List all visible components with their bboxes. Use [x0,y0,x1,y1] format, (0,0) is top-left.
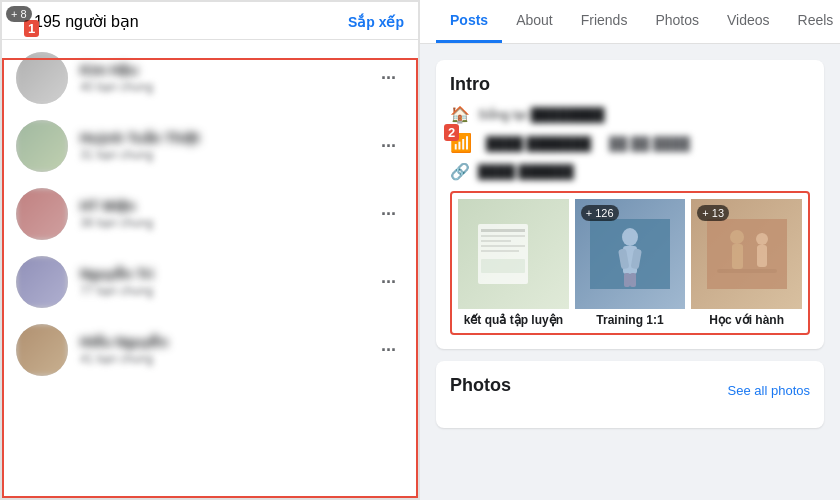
intro-section: Intro 🏠 Sống tại ████████ 2 📶 ████ █████… [436,60,824,349]
svg-rect-12 [624,273,630,287]
right-panel: Posts About Friends Photos Videos Reels … [420,0,840,500]
friend-name: Hiếu Nguyễn [80,334,373,350]
friend-info: Huỳnh Tuấn Thiệt 31 bạn chung [80,130,373,162]
friend-mutual: 77 bạn chung [80,284,373,298]
album-label: Training 1:1 [575,313,686,327]
intro-home-text: Sống tại ████████ [478,107,605,122]
friend-info: Kim Hậu 40 bạn chung [80,62,373,94]
step-badge-2: 2 [444,124,459,141]
tab-photos[interactable]: Photos [641,0,713,43]
svg-rect-16 [732,244,743,269]
svg-rect-2 [481,235,525,237]
album-item[interactable]: + 13 Học với hành [691,199,802,327]
album-item[interactable]: + 126 Training 1:1 [575,199,686,327]
svg-rect-5 [481,250,519,252]
step-badge-1: 1 [24,20,39,37]
svg-rect-19 [717,269,777,273]
avatar [16,324,68,376]
intro-wifi-text: ████ ███████ [486,136,591,151]
intro-title: Intro [450,74,810,95]
friends-list: Kim Hậu 40 bạn chung ··· Huỳnh Tuấn Thiệ… [2,40,418,498]
friend-mutual: 38 bạn chung [80,216,373,230]
left-panel: 1 195 người bạn Sắp xếp Kim Hậu 40 bạn c… [0,0,420,500]
step2-container: 2 📶 [450,132,472,154]
svg-rect-13 [630,273,636,287]
nav-tabs: Posts About Friends Photos Videos Reels … [420,0,840,44]
album-thumbnail [458,199,569,309]
album-count: + 126 [581,205,619,221]
home-icon: 🏠 [450,105,470,124]
friend-mutual: 41 bạn chung [80,352,373,366]
more-button[interactable]: ··· [373,132,404,161]
svg-rect-1 [481,229,525,232]
friend-info: Hiếu Nguyễn 41 bạn chung [80,334,373,366]
svg-rect-0 [478,224,528,284]
friend-name: HT Miện [80,198,373,214]
tab-posts[interactable]: Posts [436,0,502,43]
see-all-photos-link[interactable]: See all photos [728,383,810,398]
album-label: Học với hành [691,313,802,327]
svg-rect-18 [757,245,767,267]
tab-reels[interactable]: Reels [784,0,840,43]
album-label: kết quả tập luyện [458,313,569,327]
sort-button[interactable]: Sắp xếp [348,14,404,30]
svg-point-17 [756,233,768,245]
friend-name: Nguyễn Tri [80,266,373,282]
album-count: + 13 [697,205,729,221]
list-item[interactable]: Huỳnh Tuấn Thiệt 31 bạn chung ··· [2,112,418,180]
friend-name: Kim Hậu [80,62,373,78]
svg-point-8 [622,228,638,246]
tab-videos[interactable]: Videos [713,0,784,43]
svg-rect-14 [707,219,787,289]
tab-friends[interactable]: Friends [567,0,642,43]
intro-link-text: ████ ██████ [478,164,574,179]
list-item[interactable]: Hiếu Nguyễn 41 bạn chung ··· [2,316,418,384]
intro-row-home: 🏠 Sống tại ████████ [450,105,810,124]
more-button[interactable]: ··· [373,200,404,229]
photos-header: Photos See all photos [450,375,810,406]
list-item[interactable]: HT Miện 38 bạn chung ··· [2,180,418,248]
friend-mutual: 40 bạn chung [80,80,373,94]
svg-rect-3 [481,240,511,242]
avatar [16,120,68,172]
svg-rect-6 [481,259,525,273]
avatar [16,52,68,104]
more-button[interactable]: ··· [373,336,404,365]
link-icon: 🔗 [450,162,470,181]
svg-point-15 [730,230,744,244]
intro-row-wifi: 2 📶 ████ ███████ ██ ██ ████ [450,132,810,154]
friends-count-title: 195 người bạn [34,12,139,31]
friend-info: HT Miện 38 bạn chung [80,198,373,230]
more-button[interactable]: ··· [373,64,404,93]
svg-rect-4 [481,245,525,247]
list-item[interactable]: Kim Hậu 40 bạn chung ··· [2,44,418,112]
list-item[interactable]: Nguyễn Tri 77 bạn chung ··· [2,248,418,316]
more-button[interactable]: ··· [373,268,404,297]
album-item[interactable]: + 8 kết quả tập luyện [458,199,569,327]
tab-about[interactable]: About [502,0,567,43]
intro-extra-text: ██ ██ ████ [609,136,690,151]
photos-title: Photos [450,375,511,396]
left-header: 1 195 người bạn Sắp xếp [2,2,418,40]
intro-row-link: 🔗 ████ ██████ [450,162,810,181]
friend-name: Huỳnh Tuấn Thiệt [80,130,373,146]
avatar [16,256,68,308]
albums-grid: + 8 kết quả tập luyện [450,191,810,335]
content-area: Intro 🏠 Sống tại ████████ 2 📶 ████ █████… [420,44,840,500]
photos-section: Photos See all photos [436,361,824,428]
avatar [16,188,68,240]
friend-mutual: 31 bạn chung [80,148,373,162]
friend-info: Nguyễn Tri 77 bạn chung [80,266,373,298]
